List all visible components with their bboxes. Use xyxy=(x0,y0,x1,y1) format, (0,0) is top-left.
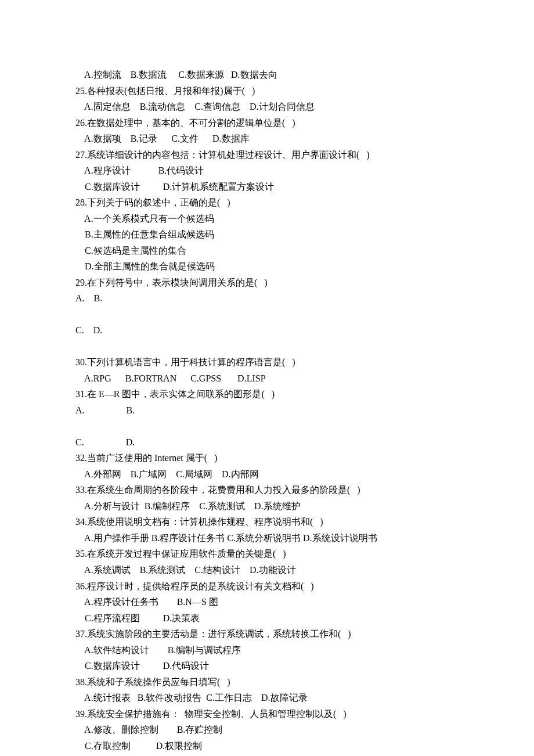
q27-stem: 27.系统详细设计的内容包括：计算机处理过程设计、用户界面设计和( ) xyxy=(75,147,459,163)
q34-stem: 34.系统使用说明文档有：计算机操作规程、程序说明书和( ) xyxy=(75,514,459,530)
q37-options-cd: C.数据库设计 D.代码设计 xyxy=(75,658,459,674)
q31-options-cd: C. D. xyxy=(75,434,459,451)
q28-option-b: B.主属性的任意集合组成候选码 xyxy=(75,226,459,243)
q28-stem: 28.下列关于码的叙述中，正确的是( ) xyxy=(75,195,459,211)
q38-options: A.统计报表 B.软件改动报告 C.工作日志 D.故障记录 xyxy=(75,690,459,706)
q27-options-cd: C.数据库设计 D.计算机系统配置方案设计 xyxy=(75,179,459,195)
q31-blank xyxy=(75,418,459,434)
q32-options: A.外部网 B.广域网 C.局域网 D.内部网 xyxy=(75,466,459,483)
q37-stem: 37.系统实施阶段的主要活动是：进行系统调试，系统转换工作和( ) xyxy=(75,626,459,642)
q27-options-ab: A.程序设计 B.代码设计 xyxy=(75,163,459,179)
q34-options: A.用户操作手册 B.程序设计任务书 C.系统分析说明书 D.系统设计说明书 xyxy=(75,530,459,546)
q40-stem: 40.数据库重组织的目的是( ) xyxy=(75,754,459,756)
document-page: A.控制流 B.数据流 C.数据来源 D.数据去向 25.各种报表(包括日报、月… xyxy=(0,0,534,756)
q36-options-ab: A.程序设计任务书 B.N—S 图 xyxy=(75,594,459,610)
q32-stem: 32.当前广泛使用的 Internet 属于( ) xyxy=(75,450,459,466)
q29-options-ab: A. B. xyxy=(75,290,459,307)
q28-option-a: A.一个关系模式只有一个候选码 xyxy=(75,211,459,227)
q31-stem: 31.在 E—R 图中，表示实体之间联系的图形是( ) xyxy=(75,386,459,402)
q28-option-c: C.候选码是主属性的集合 xyxy=(75,243,459,259)
q30-stem: 30.下列计算机语言中，用于科技计算的程序语言是( ) xyxy=(75,354,459,370)
q29-options-cd: C. D. xyxy=(75,322,459,339)
q39-options-ab: A.修改、删除控制 B.存贮控制 xyxy=(75,722,459,738)
q30-options: A.RPG B.FORTRAN C.GPSS D.LISP xyxy=(75,370,459,387)
q25-options: A.固定信息 B.流动信息 C.查询信息 D.计划合同信息 xyxy=(75,99,459,115)
q33-stem: 33.在系统生命周期的各阶段中，花费费用和人力投入最多的阶段是( ) xyxy=(75,482,459,498)
q29-blank-2 xyxy=(75,339,459,355)
q24-options: A.控制流 B.数据流 C.数据来源 D.数据去向 xyxy=(75,67,459,83)
q28-option-d: D.全部主属性的集合就是候选码 xyxy=(75,258,459,275)
q36-stem: 36.程序设计时，提供给程序员的是系统设计有关文档和( ) xyxy=(75,578,459,595)
q38-stem: 38.系统和子系统操作员应每日填写( ) xyxy=(75,674,459,690)
q29-blank xyxy=(75,307,459,323)
q39-stem: 39.系统安全保护措施有： 物理安全控制、人员和管理控制以及( ) xyxy=(75,706,459,722)
q39-options-cd: C.存取控制 D.权限控制 xyxy=(75,738,459,754)
q35-options: A.系统调试 B.系统测试 C.结构设计 D.功能设计 xyxy=(75,562,459,578)
q26-options: A.数据项 B.记录 C.文件 D.数据库 xyxy=(75,131,459,147)
q36-options-cd: C.程序流程图 D.决策表 xyxy=(75,610,459,627)
q25-stem: 25.各种报表(包括日报、月报和年报)属于( ) xyxy=(75,83,459,99)
q29-stem: 29.在下列符号中，表示模块间调用关系的是( ) xyxy=(75,275,459,291)
q26-stem: 26.在数据处理中，基本的、不可分割的逻辑单位是( ) xyxy=(75,115,459,131)
q33-options: A.分析与设计 B.编制程序 C.系统测试 D.系统维护 xyxy=(75,498,459,514)
q37-options-ab: A.软件结构设计 B.编制与调试程序 xyxy=(75,642,459,658)
q31-options-ab: A. B. xyxy=(75,402,459,419)
q35-stem: 35.在系统开发过程中保证应用软件质量的关键是( ) xyxy=(75,546,459,562)
